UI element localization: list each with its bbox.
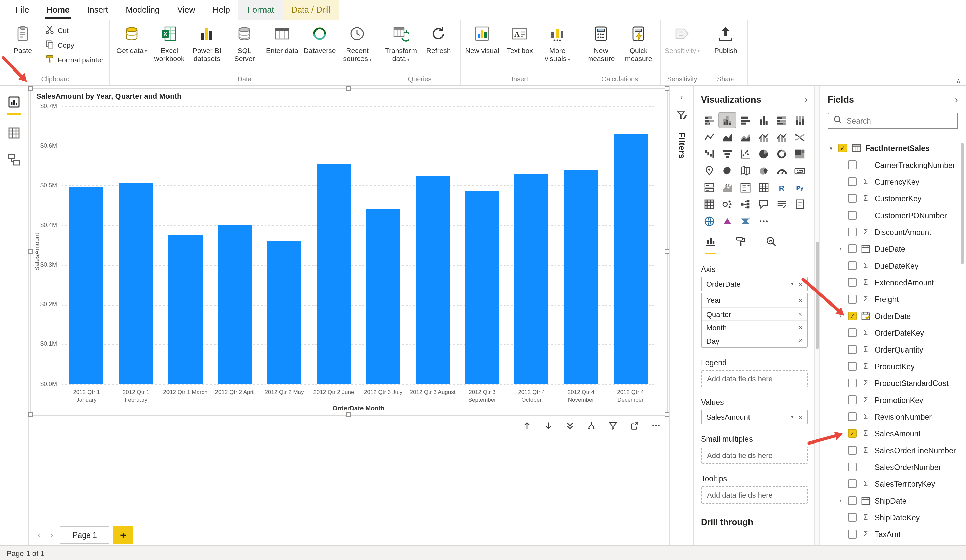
collapse-table-icon[interactable]: ∨ [828, 145, 835, 151]
small-multiples-dropzone[interactable]: Add data fields here [701, 447, 808, 464]
ribbon-button-refresh[interactable]: Refresh [421, 22, 457, 56]
viz-type-power-automate[interactable] [737, 213, 754, 228]
resize-handle[interactable] [665, 86, 669, 90]
menu-tab-home[interactable]: Home [38, 0, 78, 20]
viz-type-100-stacked-column-chart[interactable] [792, 113, 808, 128]
remove-field-icon[interactable]: × [798, 337, 802, 345]
model-view-button[interactable] [6, 153, 22, 169]
viz-type-funnel-chart[interactable] [719, 146, 736, 161]
legend-dropzone[interactable]: Add data fields here [701, 370, 808, 388]
expand-filters-icon[interactable]: ‹ [680, 93, 683, 102]
remove-field-icon[interactable]: × [798, 310, 802, 318]
field-taxamt[interactable]: ΣTaxAmt [828, 526, 958, 542]
remove-field-icon[interactable]: × [798, 413, 802, 421]
next-page-arrow-icon[interactable]: › [47, 530, 56, 540]
report-view-button[interactable] [6, 95, 22, 115]
field-freight[interactable]: ΣFreight [828, 291, 958, 307]
ribbon-button-recent-sources[interactable]: Recent sources▾ [339, 22, 376, 64]
field-checkbox[interactable] [848, 362, 857, 371]
menu-tab-modeling[interactable]: Modeling [117, 0, 168, 20]
viz-type-gauge[interactable] [773, 163, 790, 178]
scrollbar-thumb[interactable] [961, 143, 964, 264]
ribbon-button-transform-data[interactable]: Transform data▾ [383, 22, 419, 64]
bar-2012-qtr-4-november[interactable] [564, 169, 598, 384]
expand-all-down-one-level-icon[interactable] [585, 420, 598, 432]
hierarchy-level-day[interactable]: Day× [702, 334, 807, 347]
viz-type-arcgis-map[interactable] [701, 213, 718, 228]
hierarchy-level-quarter[interactable]: Quarter× [702, 307, 807, 320]
viz-type-stacked-area-chart[interactable] [737, 130, 754, 145]
field-salesamount[interactable]: ✓ΣSalesAmount [828, 425, 958, 442]
bar-2012-qtr-2-may[interactable] [267, 241, 301, 384]
remove-field-icon[interactable]: × [798, 280, 802, 288]
field-extendedamount[interactable]: ΣExtendedAmount [828, 274, 958, 291]
field-checkbox[interactable] [848, 295, 857, 304]
ribbon-button-new-measure[interactable]: New measure [583, 22, 619, 64]
viz-type-shape-map[interactable] [737, 163, 754, 178]
viz-type-line-chart[interactable] [701, 130, 718, 145]
bar-2012-qtr-1-february[interactable] [119, 184, 153, 384]
ribbon-button-publish[interactable]: Publish [708, 22, 744, 56]
previous-page-arrow-icon[interactable]: ‹ [34, 530, 44, 540]
remove-field-icon[interactable]: × [798, 324, 802, 331]
field-checkbox[interactable] [848, 177, 857, 186]
bar-2012-qtr-4-october[interactable] [514, 174, 549, 384]
viz-type-qa-visual[interactable] [755, 197, 772, 212]
viz-type-ribbon-chart[interactable] [792, 130, 808, 145]
hierarchy-level-month[interactable]: Month× [702, 320, 807, 334]
field-discountamount[interactable]: ΣDiscountAmount [828, 223, 958, 240]
collapse-ribbon-icon[interactable]: ∧ [956, 77, 961, 84]
bar-2012-qtr-3-august[interactable] [416, 176, 450, 384]
viz-type-decomposition-tree[interactable] [737, 197, 754, 212]
resize-handle[interactable] [665, 412, 669, 417]
viz-type-kpi[interactable]: 42 [719, 180, 736, 195]
analytics-tab[interactable] [765, 236, 777, 255]
field-checkbox[interactable]: ✓ [848, 429, 857, 438]
field-checkbox[interactable] [848, 496, 857, 505]
filters-icon[interactable] [607, 420, 619, 432]
viz-type-treemap[interactable] [792, 146, 808, 161]
viz-type-multi-row-card[interactable] [701, 180, 718, 195]
resize-handle[interactable] [28, 86, 33, 90]
field-shipdate[interactable]: ›ShipDate [828, 492, 958, 509]
ribbon-button-cut[interactable]: Cut [42, 24, 107, 36]
bar-2012-qtr-2-june[interactable] [317, 164, 351, 384]
field-carriertrackingnumber[interactable]: CarrierTrackingNumber [828, 156, 958, 173]
ribbon-button-excel-workbook[interactable]: XExcel workbook [151, 22, 187, 64]
well-field-orderdate[interactable]: OrderDate▾× [701, 277, 808, 291]
field-orderquantity[interactable]: ΣOrderQuantity [828, 341, 958, 358]
field-checkbox[interactable] [848, 379, 857, 388]
drill-up-icon[interactable] [521, 420, 533, 432]
field-salesterritorykey[interactable]: ΣSalesTerritoryKey [828, 475, 958, 492]
ribbon-button-power-bi-datasets[interactable]: Power BI datasets [189, 22, 225, 64]
field-checkbox[interactable]: ✓ [848, 312, 857, 320]
field-checkbox[interactable] [848, 161, 857, 169]
menu-tab-help[interactable]: Help [204, 0, 239, 20]
ribbon-button-new-visual[interactable]: New visual [464, 22, 501, 56]
report-canvas[interactable]: SalesAmount by Year, Quarter and Month S… [29, 86, 669, 545]
field-orderdate[interactable]: ›✓OrderDate [828, 307, 958, 324]
resize-handle[interactable] [665, 249, 669, 254]
field-checkbox[interactable] [848, 245, 857, 253]
field-checkbox[interactable] [848, 463, 857, 471]
field-currencykey[interactable]: ΣCurrencyKey [828, 173, 958, 190]
field-revisionnumber[interactable]: ΣRevisionNumber [828, 408, 958, 425]
drill-down-icon[interactable] [542, 420, 555, 432]
new-page-button[interactable]: + [113, 526, 133, 544]
scrollbar-thumb[interactable] [816, 242, 819, 349]
table-checkbox[interactable]: ✓ [838, 144, 847, 153]
bar-2012-qtr-4-december[interactable] [613, 134, 647, 384]
well-field-salesamount[interactable]: SalesAmount▾× [701, 410, 808, 424]
bar-2012-qtr-1-january[interactable] [69, 187, 104, 384]
viz-type-python-visual[interactable]: Py [792, 180, 808, 195]
field-checkbox[interactable] [848, 228, 857, 236]
viz-type-power-apps[interactable] [719, 213, 736, 228]
fields-tab[interactable] [705, 236, 716, 255]
field-checkbox[interactable] [848, 446, 857, 455]
viz-type-100-stacked-bar-chart[interactable] [773, 113, 790, 128]
more-options-icon[interactable] [650, 420, 662, 432]
field-productstandardcost[interactable]: ΣProductStandardCost [828, 375, 958, 391]
data-view-button[interactable] [6, 126, 22, 142]
viz-type-map[interactable] [701, 163, 718, 178]
expand-hierarchy-icon[interactable]: › [837, 246, 844, 252]
